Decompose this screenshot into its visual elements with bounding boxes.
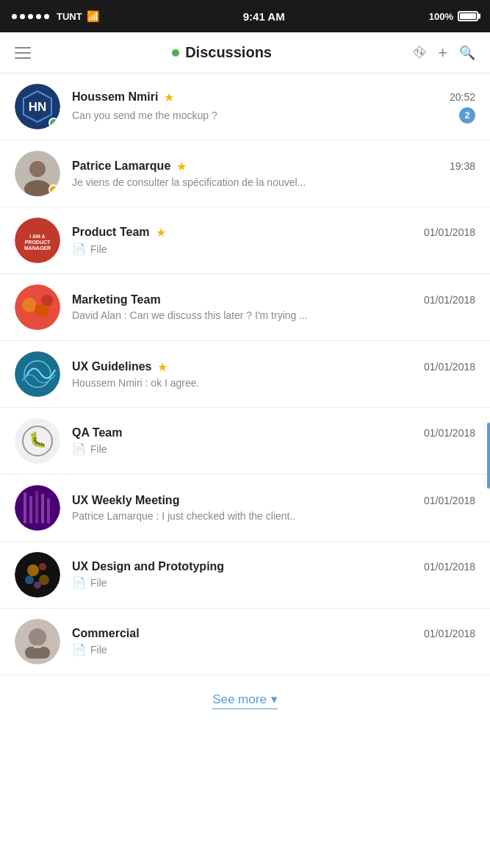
conv-content: Patrice Lamarque ★ 19:38 Je viens de con… [72,159,475,188]
search-icon[interactable]: 🔍 [459,45,475,61]
see-more-label: See more [212,692,267,707]
svg-text:I AM A: I AM A [29,234,45,239]
conv-time: 01/01/2018 [424,561,475,573]
avatar-status-badge [48,184,59,195]
status-bar: TUNT 📶 9:41 AM 100% [0,0,490,32]
conv-top: Patrice Lamarque ★ 19:38 [72,159,475,173]
conv-bottom: 📄 File [72,243,475,256]
avatar [15,552,60,598]
conversation-item-ux-design-prototyping[interactable]: UX Design and Prototyping 01/01/2018 📄 F… [0,542,490,609]
conv-preview: David Alan : Can we discuss this later ?… [72,309,308,321]
svg-text:🐛: 🐛 [29,431,47,448]
conv-top: Product Team ★ 01/01/2018 [72,226,475,240]
svg-point-4 [29,161,46,177]
unread-badge: 2 [459,107,475,123]
conv-content: Marketing Team 01/01/2018 David Alan : C… [72,293,475,321]
conversation-item-ux-weekly-meeting[interactable]: UX Weekly Meeting 01/01/2018 Patrice Lam… [0,475,490,542]
svg-rect-34 [25,647,50,659]
add-icon[interactable]: + [438,43,447,62]
conv-name-row: Patrice Lamarque ★ [72,159,187,173]
conv-name-row: UX Guidelines ★ [72,360,167,374]
conv-preview: Patrice Lamarque : I just checked with t… [72,510,295,522]
conversation-item-houssem-nmiri[interactable]: HN Houssem Nmiri ★ 20:52 Can you send me… [0,73,490,140]
conv-bottom: David Alan : Can we discuss this later ?… [72,309,475,321]
file-label: File [90,644,107,656]
svg-point-29 [25,575,34,584]
conv-content: UX Design and Prototyping 01/01/2018 📄 F… [72,560,475,589]
menu-line-1 [15,47,31,49]
conv-content: Houssem Nmiri ★ 20:52 Can you send me th… [72,90,475,123]
svg-text:MANAGER: MANAGER [24,245,51,251]
page-title: Discussions [185,44,272,61]
conv-content: QA Team 01/01/2018 📄 File [72,426,475,456]
star-icon: ★ [157,360,167,374]
conv-content: Product Team ★ 01/01/2018 📄 File [72,226,475,256]
avatar: HN [15,84,60,129]
conversation-item-ux-guidelines[interactable]: UX Guidelines ★ 01/01/2018 Houssem Nmiri… [0,341,490,408]
conv-time: 19:38 [450,160,475,172]
conv-preview: Je viens de consulter la spécification d… [72,176,306,188]
avatar [15,284,60,330]
star-icon: ★ [164,90,174,104]
svg-point-28 [39,563,46,570]
conv-top: QA Team 01/01/2018 [72,426,475,440]
svg-point-15 [15,351,60,397]
conversation-item-commercial[interactable]: Commercial 01/01/2018 📄 File [0,609,490,675]
conversation-item-marketing-team[interactable]: Marketing Team 01/01/2018 David Alan : C… [0,274,490,341]
filter-icon[interactable]: ⛗ [413,45,426,60]
file-preview: 📄 File [72,643,107,656]
svg-point-11 [22,298,37,312]
conv-name: Commercial [72,627,140,640]
conv-preview: Can you send me the mockup ? [72,110,217,121]
conv-content: UX Weekly Meeting 01/01/2018 Patrice Lam… [72,494,475,522]
conv-bottom: Patrice Lamarque : I just checked with t… [72,510,475,522]
app-header: Discussions ⛗ + 🔍 [0,32,490,73]
conv-bottom: Houssem Nmiri : ok I agree. [72,377,475,389]
menu-line-2 [15,52,31,54]
conv-time: 01/01/2018 [424,294,475,306]
svg-rect-23 [35,491,38,523]
conv-bottom: Je viens de consulter la spécification d… [72,176,475,188]
conv-name: Product Team [72,226,150,239]
avatar [15,485,60,531]
online-indicator [172,49,179,57]
file-icon: 📄 [72,576,86,589]
svg-point-31 [34,581,41,589]
svg-rect-35 [34,645,41,648]
star-icon: ★ [176,159,187,173]
svg-point-26 [15,552,60,598]
conv-time: 01/01/2018 [424,628,475,639]
conv-name: UX Weekly Meeting [72,494,179,507]
file-preview: 📄 File [72,442,107,456]
svg-point-13 [41,295,53,306]
conversation-item-qa-team[interactable]: 🐛 QA Team 01/01/2018 📄 File [0,408,490,475]
scroll-thumb [487,423,490,489]
svg-rect-24 [41,494,44,523]
conv-content: UX Guidelines ★ 01/01/2018 Houssem Nmiri… [72,360,475,389]
svg-point-33 [29,628,46,646]
conv-bottom: Can you send me the mockup ? 2 [72,107,475,123]
conv-name-row: Commercial [72,627,140,640]
conversation-item-patrice-lamarque[interactable]: Patrice Lamarque ★ 19:38 Je viens de con… [0,140,490,207]
chevron-down-icon: ▾ [271,692,278,707]
conv-time: 01/01/2018 [424,361,475,373]
see-more-row: See more ▾ [0,675,490,731]
avatar [15,351,60,397]
svg-rect-21 [24,492,26,523]
conv-time: 01/01/2018 [424,495,475,506]
file-label: File [90,243,107,255]
file-icon: 📄 [72,643,86,656]
conv-top: Houssem Nmiri ★ 20:52 [72,90,475,104]
conv-bottom: 📄 File [72,643,475,656]
conv-top: UX Design and Prototyping 01/01/2018 [72,560,475,573]
svg-rect-25 [47,498,50,523]
svg-rect-22 [29,496,32,523]
conv-content: Commercial 01/01/2018 📄 File [72,627,475,656]
conv-list-inner: HN Houssem Nmiri ★ 20:52 Can you send me… [0,73,490,675]
file-label: File [90,443,107,455]
avatar [15,151,60,196]
conversation-item-product-team[interactable]: I AM A PRODUCT MANAGER Product Team ★ 01… [0,207,490,274]
conv-preview: Houssem Nmiri : ok I agree. [72,377,200,389]
menu-button[interactable] [15,47,31,59]
see-more-button[interactable]: See more ▾ [212,692,278,709]
